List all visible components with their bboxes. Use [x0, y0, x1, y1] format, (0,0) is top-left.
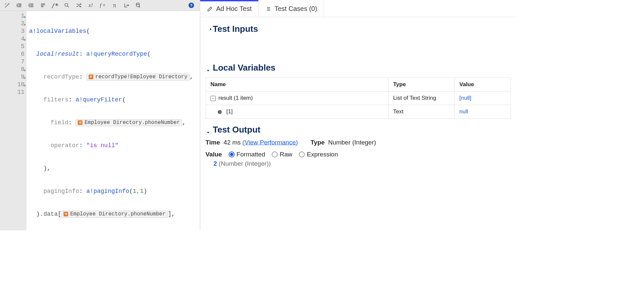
code-token: a!queryRecordType: [86, 51, 147, 57]
section-title: Test Output: [213, 125, 260, 135]
radio-raw[interactable]: Raw: [272, 151, 292, 158]
code-token: field: [51, 119, 69, 126]
record-icon: [78, 120, 82, 125]
cell-value[interactable]: [null]: [459, 95, 471, 101]
test-pane: Ad Hoc Test Test Cases (0) Test Inputs L…: [200, 0, 516, 230]
code-token: 1,1: [133, 188, 143, 195]
table-row: [1] Text null: [206, 105, 511, 119]
section-test-output[interactable]: Test Output: [206, 125, 511, 135]
list-icon: [265, 6, 271, 12]
comment-icon[interactable]: /*: [50, 0, 60, 11]
svg-point-0: [65, 3, 68, 6]
edit-icon: [207, 6, 213, 12]
local-variables-table: Name Type Value −result (1 item) List of…: [206, 78, 511, 119]
cell-type: Text: [389, 105, 455, 119]
tab-label: Test Cases (0): [274, 5, 317, 13]
collapse-icon[interactable]: −: [210, 96, 216, 101]
code-token: recordType: [43, 74, 79, 80]
col-name: Name: [206, 78, 389, 91]
test-tabs: Ad Hoc Test Test Cases (0): [200, 0, 516, 17]
radio-icon: [229, 151, 235, 157]
output-number: 2: [213, 160, 217, 167]
col-type: Type: [389, 78, 455, 91]
cell-name: [1]: [226, 108, 233, 115]
output-type-text: (Number (Integer)): [219, 160, 271, 167]
cell-type: List of Text String: [389, 91, 455, 105]
svg-text:?: ?: [190, 3, 192, 7]
editor-toolbar: /* x! ƒ× π ?: [0, 0, 200, 11]
time-value: 42 ms: [224, 139, 241, 146]
tab-label: Ad Hoc Test: [216, 5, 252, 13]
field-chip[interactable]: Employee Directory.phoneNumber: [75, 119, 182, 126]
chevron-down-icon: [206, 65, 211, 71]
time-label: Time: [206, 139, 220, 146]
chevron-down-icon: [206, 127, 211, 133]
bullet-icon: [218, 110, 222, 114]
code-editor[interactable]: 1▼ 2▼ 3 4▼ 5 6 7 8▼ 9▼ 10▼ 11 a!localVar…: [0, 11, 200, 230]
tab-adhoc-test[interactable]: Ad Hoc Test: [200, 0, 258, 17]
record-icon: [64, 212, 68, 216]
code-token: filters: [43, 96, 69, 103]
section-local-variables[interactable]: Local Variables: [206, 63, 511, 73]
svg-point-1: [136, 3, 139, 5]
app-root: /* x! ƒ× π ? 1▼ 2▼ 3 4▼ 5 6 7 8▼ 9▼ 10▼ …: [0, 0, 516, 230]
radio-expression[interactable]: Expression: [299, 151, 338, 158]
section-test-inputs[interactable]: Test Inputs: [206, 24, 511, 34]
code-token: local!result: [36, 51, 79, 57]
editor-pane: /* x! ƒ× π ? 1▼ 2▼ 3 4▼ 5 6 7 8▼ 9▼ 10▼ …: [0, 0, 200, 230]
type-label: Type: [310, 139, 325, 146]
output-value: 2 (Number (Integer)): [206, 158, 511, 167]
fx-icon[interactable]: ƒ×: [97, 0, 108, 11]
value-format-row: Value Formatted Raw Expression: [206, 151, 511, 158]
type-value: Number (Integer): [328, 139, 376, 146]
output-meta: Time 42 ms (View Performance) Type Numbe…: [206, 139, 511, 146]
chevron-right-icon: [206, 27, 211, 32]
field-chip[interactable]: Employee Directory.phoneNumber: [61, 211, 168, 218]
cell-name: result (1 item): [218, 95, 253, 101]
outdent-icon[interactable]: [14, 0, 24, 11]
search-icon[interactable]: [62, 0, 72, 11]
line-gutter: 1▼ 2▼ 3 4▼ 5 6 7 8▼ 9▼ 10▼ 11: [0, 11, 26, 230]
code-token: .data: [40, 211, 58, 217]
cell-value[interactable]: null: [459, 108, 468, 115]
table-row: −result (1 item) List of Text String [nu…: [206, 91, 511, 105]
code-token: pagingInfo: [43, 188, 79, 195]
section-title: Test Inputs: [213, 24, 258, 34]
code-token: operator: [51, 142, 79, 149]
col-value: Value: [455, 78, 511, 91]
code-token: a!queryFilter: [75, 96, 122, 103]
tab-test-cases[interactable]: Test Cases (0): [258, 0, 324, 17]
radio-formatted[interactable]: Formatted: [229, 151, 265, 158]
radio-icon: [299, 151, 305, 157]
shuffle-icon[interactable]: [73, 0, 84, 11]
record-icon: [89, 75, 93, 79]
pi-icon[interactable]: π: [109, 0, 120, 11]
view-performance-link[interactable]: (View Performance): [243, 139, 298, 146]
code-token: a!pagingInfo: [86, 188, 129, 195]
radio-icon: [272, 151, 278, 157]
help-icon[interactable]: ?: [186, 0, 197, 11]
export-icon[interactable]: [121, 0, 132, 11]
value-label: Value: [206, 151, 222, 158]
code-token: "is null": [86, 142, 118, 149]
section-title: Local Variables: [213, 63, 275, 73]
db-icon[interactable]: [133, 0, 144, 11]
code-token: a!localVariables: [29, 28, 86, 34]
indent-icon[interactable]: [26, 0, 36, 11]
panel-body: Test Inputs Local Variables Name Type Va…: [200, 17, 516, 172]
magic-wand-icon[interactable]: [2, 0, 13, 11]
code-content[interactable]: a!localVariables( local!result: a!queryR…: [26, 11, 200, 230]
var-x-icon[interactable]: x!: [85, 0, 96, 11]
record-type-chip[interactable]: recordType!Employee Directory: [86, 74, 190, 81]
format-icon[interactable]: [38, 0, 48, 11]
table-header-row: Name Type Value: [206, 78, 511, 91]
